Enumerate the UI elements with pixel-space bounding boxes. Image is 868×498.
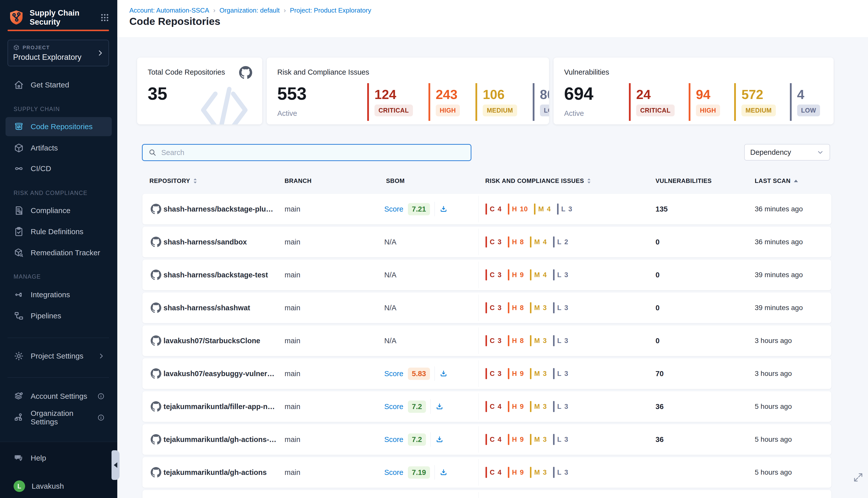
github-icon	[151, 336, 161, 346]
table-row[interactable]: lavakush07/easybuggy-vulnerable-app... m…	[143, 358, 831, 389]
search-input[interactable]	[161, 148, 465, 157]
code-watermark-icon	[196, 81, 253, 124]
sidebar-collapse-handle[interactable]	[111, 450, 120, 480]
breadcrumb-organization[interactable]: Organization: default	[219, 6, 280, 14]
table-row[interactable]: shash-harness/backstage-test main N/A C3…	[143, 260, 831, 290]
severity-low: L2	[553, 236, 569, 248]
last-scan: 36 minutes ago	[755, 238, 803, 246]
sidebar-item-integrations[interactable]: Integrations	[5, 285, 112, 304]
breadcrumb-project[interactable]: Project: Product Exploratory	[290, 6, 371, 14]
severity-medium: M3	[530, 401, 547, 412]
column-label: REPOSITORY	[149, 178, 190, 184]
sidebar-item-compliance[interactable]: Compliance	[5, 201, 112, 220]
box-icon	[14, 143, 24, 153]
column-repository[interactable]: REPOSITORY	[149, 178, 198, 184]
org-chart-gear-icon	[14, 412, 24, 423]
sidebar-item-code-repositories[interactable]: Code Repositories	[5, 117, 112, 136]
table-row[interactable]: tejakummarikuntla/gh-actions main Score …	[143, 457, 831, 488]
column-label: LAST SCAN	[755, 178, 791, 184]
launcher-resize-icon[interactable]	[853, 472, 864, 483]
github-icon	[151, 302, 161, 313]
severity-critical: C4	[485, 401, 502, 412]
download-sbom-button[interactable]	[435, 402, 444, 411]
home-icon	[14, 80, 24, 90]
download-sbom-button[interactable]	[439, 468, 448, 477]
repo-name[interactable]: tejakummarikuntla/filler-app-node	[163, 403, 277, 411]
module-title: Supply Chain Security	[30, 9, 94, 27]
sidebar-item-remediation-tracker[interactable]: Remediation Tracker	[5, 243, 112, 262]
severity-low: L3	[553, 302, 569, 313]
sidebar-item-rule-definitions[interactable]: Rule Definitions	[5, 222, 112, 241]
repo-name[interactable]: tejakummarikuntla/gh-actions	[163, 468, 267, 477]
severity-chip-medium: 572 MEDIUM	[734, 83, 776, 121]
vulnerabilities-count: 135	[655, 205, 668, 213]
download-sbom-button[interactable]	[435, 435, 444, 444]
column-label: SBOM	[386, 178, 405, 184]
severity-critical: C4	[485, 434, 502, 445]
severity-critical: C4	[485, 204, 502, 214]
info-icon[interactable]	[97, 392, 105, 400]
last-scan: 5 hours ago	[755, 435, 792, 444]
sidebar-item-artifacts[interactable]: Artifacts	[5, 139, 112, 158]
sbom-score-label: Score	[384, 205, 403, 213]
severity-count: 4	[797, 88, 820, 101]
search-box[interactable]	[142, 144, 471, 161]
sidebar-item-label: Compliance	[31, 206, 70, 215]
sidebar-item-pipelines[interactable]: Pipelines	[5, 306, 112, 325]
github-icon	[239, 66, 252, 79]
project-selector[interactable]: PROJECT Product Exploratory	[8, 40, 109, 66]
sidebar-item-help[interactable]: ? Help	[5, 448, 112, 468]
app-root: Supply Chain Security PROJECT Product	[0, 0, 868, 498]
severity-medium: M3	[530, 335, 547, 346]
branch-name: main	[284, 435, 301, 444]
app-grid-icon[interactable]	[99, 12, 110, 23]
sidebar-item-project-settings[interactable]: Project Settings	[5, 346, 112, 366]
sidebar-item-account-settings[interactable]: Account Settings	[5, 387, 112, 406]
severity-label: MEDIUM	[483, 105, 517, 116]
filter-dropdown[interactable]: Dependency	[744, 144, 830, 160]
repo-name[interactable]: lavakush07/StarbucksClone	[163, 337, 260, 345]
github-icon	[151, 434, 161, 445]
divider	[435, 465, 435, 480]
repo-name[interactable]: shash-harness/backstage-test	[163, 271, 268, 279]
info-icon[interactable]	[97, 414, 105, 421]
table-row[interactable]: shash-harness/shashwat main N/A C3 H8 M3…	[143, 292, 831, 323]
download-sbom-button[interactable]	[439, 205, 448, 213]
column-last-scan[interactable]: LAST SCAN	[755, 178, 799, 184]
sidebar-item-organization-settings[interactable]: Organization Settings	[5, 408, 112, 427]
repo-name[interactable]: lavakush07/easybuggy-vulnerable-app...	[163, 370, 277, 378]
severity-label: LOW	[540, 105, 549, 116]
repo-name[interactable]: shash-harness/backstage-plugins	[163, 205, 277, 213]
sidebar-item-label: Project Settings	[31, 352, 83, 360]
sidebar-item-label: Organization Settings	[31, 409, 91, 426]
table-row[interactable]: shash-harness/sandbox main N/A C3 H8 M4 …	[143, 227, 831, 257]
breadcrumb-account[interactable]: Account: Automation-SSCA	[129, 6, 209, 14]
sbom-cell: N/A	[384, 304, 396, 312]
table-row[interactable]: tejakummarikuntla/filler-app-node main S…	[143, 391, 831, 422]
repo-name[interactable]: tejakummarikuntla/gh-actions-artifacts	[163, 435, 277, 444]
severity-count: 80	[540, 88, 549, 101]
table-row[interactable]: shash-harness/backstage-plugins main Sco…	[143, 194, 831, 224]
sidebar-item-cicd[interactable]: CI/CD	[5, 159, 112, 178]
column-risk-compliance[interactable]: RISK AND COMPLIANCE ISSUES	[485, 178, 591, 184]
vulnerabilities-count: 0	[655, 238, 659, 246]
table-row[interactable]: lavakush07/argocd-hub-spoke-demo main N/…	[143, 490, 831, 498]
sidebar-item-user[interactable]: L Lavakush	[5, 477, 112, 496]
repo-name[interactable]: shash-harness/shashwat	[163, 304, 250, 312]
vulnerabilities-count: 36	[655, 435, 664, 444]
severity-medium: M3	[530, 368, 547, 379]
severity-count: 94	[696, 88, 720, 101]
download-sbom-button[interactable]	[439, 369, 448, 378]
repo-name[interactable]: shash-harness/sandbox	[163, 238, 247, 246]
sidebar-item-label: Account Settings	[31, 392, 87, 401]
column-label: RISK AND COMPLIANCE ISSUES	[485, 178, 584, 184]
search-icon	[148, 148, 157, 157]
chevron-right-icon	[98, 353, 105, 359]
divider	[435, 202, 435, 217]
active-label: Active	[277, 109, 297, 118]
table-row[interactable]: tejakummarikuntla/gh-actions-artifacts m…	[143, 424, 831, 455]
sidebar-item-get-started[interactable]: Get Started	[5, 75, 112, 94]
table-row[interactable]: lavakush07/StarbucksClone main N/A C3 H8…	[143, 325, 831, 356]
active-label: Active	[564, 109, 584, 118]
sidebar-item-label: Get Started	[31, 81, 69, 89]
